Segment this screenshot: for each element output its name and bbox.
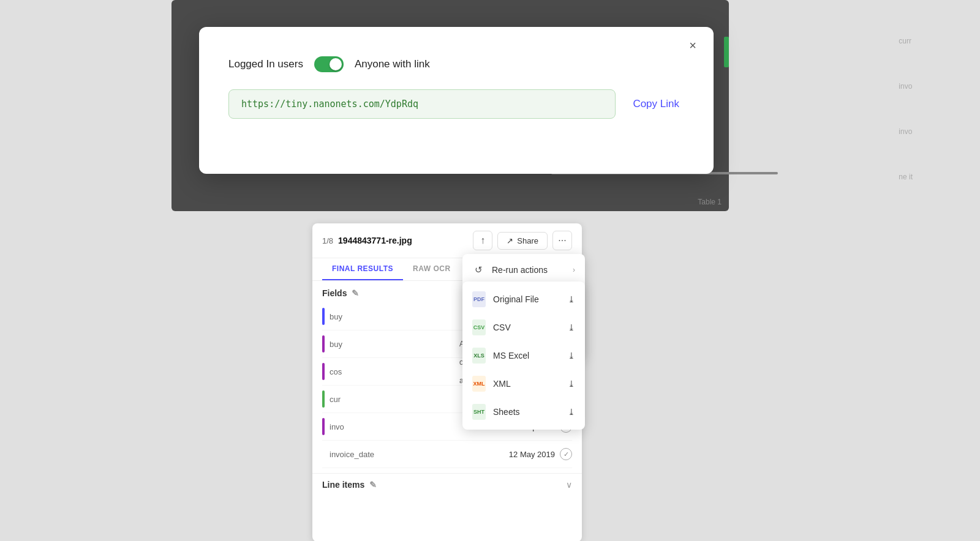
bg-label-curr: curr	[899, 37, 913, 45]
more-options-button[interactable]: ···	[552, 231, 572, 250]
download-arrow-icon: ⤓	[568, 379, 575, 389]
edit-fields-icon[interactable]: ✎	[352, 288, 359, 298]
download-arrow-icon: ⤓	[568, 294, 575, 304]
page-info: 1/8 1944843771-re.jpg	[322, 236, 412, 245]
modal-body: Logged In users Anyone with link https:/…	[199, 27, 714, 143]
xml-label: XML	[493, 379, 560, 389]
original-file-label: Original File	[493, 294, 560, 304]
share-button[interactable]: ↗ Share	[497, 232, 548, 250]
page-number: 1/8	[322, 236, 333, 245]
download-submenu: PDF Original File ⤓ CSV CSV ⤓ XLS MS Exc…	[462, 282, 585, 430]
upload-button[interactable]: ↑	[473, 231, 492, 250]
download-arrow-icon: ⤓	[568, 323, 575, 332]
download-arrow-icon: ⤓	[568, 407, 575, 417]
download-excel[interactable]: XLS MS Excel ⤓	[462, 341, 585, 370]
csv-label: CSV	[493, 323, 560, 332]
line-items-section: Line items ✎ ∨	[312, 473, 582, 496]
green-indicator	[724, 37, 729, 67]
field-indicator	[322, 418, 325, 435]
share-label: Share	[517, 236, 538, 245]
toggle-switch[interactable]	[314, 56, 344, 72]
menu-item-rerun[interactable]: ↺ Re-run actions ›	[462, 258, 585, 282]
modal-link-row: https://tiny.nanonets.com/YdpRdq Copy Li…	[228, 89, 684, 119]
download-original[interactable]: PDF Original File ⤓	[462, 285, 585, 313]
tab-raw-ocr[interactable]: RAW OCR	[403, 258, 461, 280]
filename: 1944843771-re.jpg	[338, 236, 412, 245]
upload-icon: ↑	[480, 235, 485, 246]
field-indicator	[322, 390, 325, 408]
menu-item-rerun-label: Re-run actions	[492, 265, 565, 275]
toggle-label-right: Anyone with link	[355, 58, 430, 70]
field-indicator	[322, 446, 325, 463]
field-indicator	[322, 363, 325, 380]
excel-icon: XLS	[472, 348, 486, 364]
download-sheets[interactable]: SHT Sheets ⤓	[462, 398, 585, 426]
rerun-icon: ↺	[472, 264, 484, 276]
sheets-label: Sheets	[493, 407, 560, 417]
share-modal: × Logged In users Anyone with link https…	[199, 27, 714, 174]
close-button[interactable]: ×	[684, 37, 701, 54]
panel-header: 1/8 1944843771-re.jpg ↑ ↗ Share ···	[312, 223, 582, 258]
right-bg-labels: curr invo invo ne it	[899, 37, 913, 181]
arrow-icon: ›	[573, 266, 575, 274]
download-xml[interactable]: XML XML ⤓	[462, 370, 585, 398]
download-csv[interactable]: CSV CSV ⤓	[462, 313, 585, 341]
field-name-invoice-date: invoice_date	[330, 450, 504, 459]
xml-icon: XML	[472, 376, 486, 392]
field-check-invoice-date: ✓	[560, 448, 572, 460]
field-row-invoice-date: invoice_date 12 May 2019 ✓	[322, 441, 572, 468]
fields-label: Fields	[322, 288, 347, 298]
tab-final-results[interactable]: FINAL RESULTS	[322, 258, 403, 280]
bg-label-neit: ne it	[899, 173, 913, 181]
toggle-label-left: Logged In users	[228, 58, 303, 70]
excel-label: MS Excel	[493, 351, 560, 360]
csv-icon: CSV	[472, 319, 486, 335]
chevron-down-icon[interactable]: ∨	[566, 480, 572, 490]
line-items-label: Line items ✎	[322, 480, 377, 490]
field-indicator	[322, 335, 325, 353]
download-arrow-icon: ⤓	[568, 351, 575, 360]
table-label: Table 1	[698, 198, 722, 206]
share-icon: ↗	[507, 236, 513, 245]
pdf-icon: PDF	[472, 291, 486, 307]
line-items-text: Line items	[322, 480, 364, 490]
field-indicator	[322, 308, 325, 325]
more-icon: ···	[558, 235, 566, 246]
panel-actions: ↑ ↗ Share ···	[473, 231, 572, 250]
bg-label-invo1: invo	[899, 82, 913, 91]
bg-label-invo2: invo	[899, 127, 913, 136]
sheets-icon: SHT	[472, 404, 486, 420]
copy-link-button[interactable]: Copy Link	[628, 98, 684, 110]
url-display: https://tiny.nanonets.com/YdpRdq	[228, 89, 616, 119]
modal-toggle-row: Logged In users Anyone with link	[228, 56, 684, 72]
edit-line-items-icon[interactable]: ✎	[369, 480, 377, 490]
field-value-invoice-date: 12 May 2019	[509, 450, 555, 459]
